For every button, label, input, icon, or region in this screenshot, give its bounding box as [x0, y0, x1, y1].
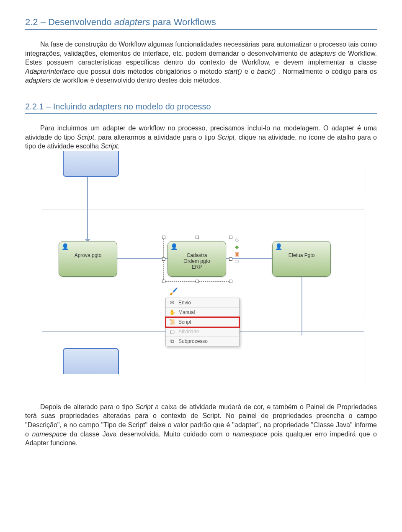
menu-item-script[interactable]: 📜 Script	[166, 317, 239, 327]
activity-efetua-pgto[interactable]: 👤 Efetua Pgto	[272, 241, 331, 277]
subprocess-icon: ⧉	[169, 338, 175, 344]
menu-item-envio[interactable]: ✉ Envio	[166, 298, 239, 308]
resize-handle[interactable]	[162, 236, 165, 239]
activity-type-menu: ✉ Envio ✋ Manual 📜 Script ▢ Atividade ⧉ …	[165, 298, 240, 346]
resize-handle[interactable]	[229, 236, 232, 239]
menu-item-manual[interactable]: ✋ Manual	[166, 308, 239, 317]
activity-label: Aprova pgto	[75, 252, 102, 258]
connector-horizontal	[117, 258, 168, 259]
toolbar-icon[interactable]: ◆	[234, 244, 240, 250]
resize-handle[interactable]	[162, 280, 165, 283]
resize-handle[interactable]	[229, 257, 232, 261]
menu-item-label: Subprocesso	[178, 338, 208, 344]
resize-handle[interactable]	[196, 280, 199, 283]
activity-aprova-pgto[interactable]: 👤 Aprova pgto	[59, 241, 117, 277]
toolbar-icon[interactable]: ▭	[234, 258, 240, 264]
paragraph-1: Na fase de construção do Workflow alguma…	[25, 40, 377, 85]
user-icon: 👤	[62, 243, 68, 250]
activity-box-partial-top	[63, 151, 119, 177]
activity-cadastra-ordem[interactable]: 👤 Cadastra Ordem pgto ERP	[168, 241, 226, 277]
menu-item-label: Envio	[178, 300, 191, 306]
activity-label-line: ERP	[192, 264, 202, 270]
menu-item-label: Manual	[178, 309, 195, 315]
user-icon: 👤	[275, 243, 282, 250]
resize-handle[interactable]	[229, 280, 232, 283]
activity-label: Efetua Pgto	[289, 252, 315, 258]
paint-brush-icon[interactable]: 🖌️	[170, 287, 178, 295]
workflow-diagram: 👤 Aprova pgto 👤 Cadastra Ordem pgto ERP …	[38, 168, 364, 386]
section-heading: 2.2 – Desenvolvendo adapters para Workfl…	[25, 17, 377, 30]
toolbar-icon[interactable]: ◇	[234, 237, 240, 243]
script-icon: 📜	[169, 319, 175, 325]
activity-box-partial-bottom	[63, 348, 119, 374]
heading-prefix: 2.2 – Desenvolvendo	[25, 17, 114, 27]
activity-icon: ▢	[169, 329, 175, 335]
subsection-heading: 2.2.1 – Incluindo adapters no modelo do …	[25, 102, 377, 114]
heading-italic: adapters	[114, 17, 150, 27]
heading-suffix: para Workflows	[150, 17, 216, 27]
paragraph-2: Para incluirmos um adapter de workflow n…	[25, 124, 377, 151]
activity-label-line: Cadastra	[187, 252, 207, 258]
menu-item-label: Atividade	[178, 329, 199, 335]
connector-horizontal	[226, 258, 272, 259]
menu-item-atividade: ▢ Atividade	[166, 327, 239, 337]
user-icon: 👤	[170, 243, 177, 250]
menu-item-subprocesso[interactable]: ⧉ Subprocesso	[166, 337, 239, 346]
toolbar-icon[interactable]: ▣	[234, 251, 240, 257]
activity-shortcut-toolbar: ◇ ◆ ▣ ▭	[234, 237, 240, 264]
envelope-icon: ✉	[169, 300, 175, 306]
paragraph-3: Depois de alterado para o tipo Script a …	[25, 402, 377, 448]
resize-handle[interactable]	[162, 257, 165, 261]
connector-vertical	[87, 177, 88, 240]
activity-label-line: Ordem pgto	[183, 258, 210, 264]
menu-item-label: Script	[178, 319, 191, 325]
hand-icon: ✋	[169, 309, 175, 315]
resize-handle[interactable]	[196, 236, 199, 239]
connector-vertical	[302, 277, 302, 335]
